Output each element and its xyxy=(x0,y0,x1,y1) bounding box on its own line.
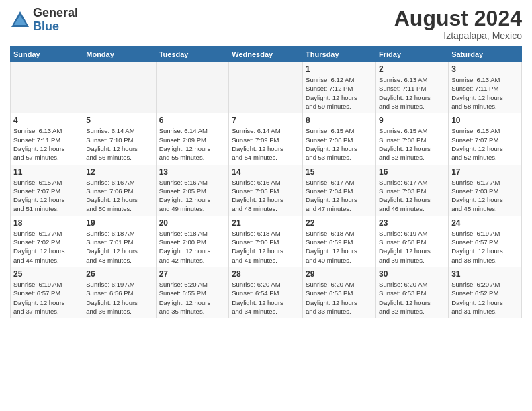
calendar-cell: 29Sunrise: 6:20 AMSunset: 6:53 PMDayligh… xyxy=(303,267,376,318)
day-number: 2 xyxy=(379,64,445,74)
calendar-cell: 5Sunrise: 6:14 AMSunset: 7:10 PMDaylight… xyxy=(83,113,156,165)
day-info: Sunrise: 6:20 AMSunset: 6:53 PMDaylight:… xyxy=(306,280,373,316)
calendar-week-row: 18Sunrise: 6:17 AMSunset: 7:02 PMDayligh… xyxy=(11,216,522,267)
day-info: Sunrise: 6:15 AMSunset: 7:07 PMDaylight:… xyxy=(13,178,80,214)
day-number: 21 xyxy=(232,218,300,228)
day-info: Sunrise: 6:18 AMSunset: 6:59 PMDaylight:… xyxy=(306,229,373,265)
calendar-cell: 23Sunrise: 6:19 AMSunset: 6:58 PMDayligh… xyxy=(376,216,449,267)
logo-general: General xyxy=(33,7,78,20)
weekday-header: Friday xyxy=(376,47,449,62)
day-info: Sunrise: 6:14 AMSunset: 7:10 PMDaylight:… xyxy=(86,126,152,162)
calendar-cell: 25Sunrise: 6:19 AMSunset: 6:57 PMDayligh… xyxy=(11,267,83,318)
logo-blue: Blue xyxy=(33,20,78,34)
calendar-cell: 7Sunrise: 6:14 AMSunset: 7:09 PMDaylight… xyxy=(229,113,303,165)
weekday-header: Tuesday xyxy=(156,47,229,62)
day-info: Sunrise: 6:17 AMSunset: 7:04 PMDaylight:… xyxy=(306,178,373,214)
month-year: August 2024 xyxy=(394,7,522,30)
day-info: Sunrise: 6:18 AMSunset: 7:00 PMDaylight:… xyxy=(159,229,226,265)
day-number: 4 xyxy=(13,116,80,125)
day-info: Sunrise: 6:15 AMSunset: 7:07 PMDaylight:… xyxy=(451,126,519,162)
calendar-cell: 21Sunrise: 6:18 AMSunset: 7:00 PMDayligh… xyxy=(229,216,303,267)
day-number: 26 xyxy=(86,269,152,279)
calendar-cell: 17Sunrise: 6:17 AMSunset: 7:03 PMDayligh… xyxy=(449,165,522,216)
day-number: 11 xyxy=(13,167,80,177)
day-number: 10 xyxy=(451,116,519,125)
day-info: Sunrise: 6:20 AMSunset: 6:54 PMDaylight:… xyxy=(232,280,300,316)
day-info: Sunrise: 6:19 AMSunset: 6:57 PMDaylight:… xyxy=(451,229,519,265)
day-info: Sunrise: 6:15 AMSunset: 7:08 PMDaylight:… xyxy=(306,126,373,162)
day-number: 17 xyxy=(451,167,519,177)
calendar-cell: 14Sunrise: 6:16 AMSunset: 7:05 PMDayligh… xyxy=(229,165,303,216)
day-info: Sunrise: 6:17 AMSunset: 7:03 PMDaylight:… xyxy=(379,178,445,214)
day-info: Sunrise: 6:18 AMSunset: 7:00 PMDaylight:… xyxy=(232,229,300,265)
day-info: Sunrise: 6:13 AMSunset: 7:11 PMDaylight:… xyxy=(13,126,80,162)
calendar-cell: 31Sunrise: 6:20 AMSunset: 6:52 PMDayligh… xyxy=(449,267,522,318)
day-number: 29 xyxy=(306,269,373,279)
day-number: 12 xyxy=(86,167,152,177)
day-number: 15 xyxy=(306,167,373,177)
calendar-week-row: 11Sunrise: 6:15 AMSunset: 7:07 PMDayligh… xyxy=(11,165,522,216)
calendar-cell: 18Sunrise: 6:17 AMSunset: 7:02 PMDayligh… xyxy=(11,216,83,267)
day-number: 3 xyxy=(451,64,519,74)
calendar-cell: 11Sunrise: 6:15 AMSunset: 7:07 PMDayligh… xyxy=(11,165,83,216)
calendar-cell: 28Sunrise: 6:20 AMSunset: 6:54 PMDayligh… xyxy=(229,267,303,318)
title-block: August 2024 Iztapalapa, Mexico xyxy=(394,7,522,41)
day-info: Sunrise: 6:19 AMSunset: 6:58 PMDaylight:… xyxy=(379,229,445,265)
day-info: Sunrise: 6:17 AMSunset: 7:03 PMDaylight:… xyxy=(451,178,519,214)
day-info: Sunrise: 6:20 AMSunset: 6:55 PMDaylight:… xyxy=(159,280,226,316)
day-number: 16 xyxy=(379,167,445,177)
calendar-cell: 6Sunrise: 6:14 AMSunset: 7:09 PMDaylight… xyxy=(156,113,229,165)
weekday-header: Sunday xyxy=(11,47,83,62)
calendar-cell: 24Sunrise: 6:19 AMSunset: 6:57 PMDayligh… xyxy=(449,216,522,267)
day-number: 23 xyxy=(379,218,445,228)
day-number: 8 xyxy=(306,116,373,125)
calendar-cell: 12Sunrise: 6:16 AMSunset: 7:06 PMDayligh… xyxy=(83,165,156,216)
day-number: 6 xyxy=(159,116,226,125)
day-info: Sunrise: 6:20 AMSunset: 6:52 PMDaylight:… xyxy=(451,280,519,316)
day-number: 19 xyxy=(86,218,152,228)
calendar-cell: 3Sunrise: 6:13 AMSunset: 7:11 PMDaylight… xyxy=(449,62,522,113)
calendar-cell: 20Sunrise: 6:18 AMSunset: 7:00 PMDayligh… xyxy=(156,216,229,267)
day-info: Sunrise: 6:16 AMSunset: 7:06 PMDaylight:… xyxy=(86,178,152,214)
day-number: 27 xyxy=(159,269,226,279)
day-number: 14 xyxy=(232,167,300,177)
calendar-cell: 16Sunrise: 6:17 AMSunset: 7:03 PMDayligh… xyxy=(376,165,449,216)
day-number: 7 xyxy=(232,116,300,125)
day-info: Sunrise: 6:12 AMSunset: 7:12 PMDaylight:… xyxy=(306,75,373,111)
day-number: 24 xyxy=(451,218,519,228)
day-info: Sunrise: 6:14 AMSunset: 7:09 PMDaylight:… xyxy=(159,126,226,162)
logo-icon xyxy=(10,10,30,30)
day-info: Sunrise: 6:18 AMSunset: 7:01 PMDaylight:… xyxy=(86,229,152,265)
calendar-cell: 8Sunrise: 6:15 AMSunset: 7:08 PMDaylight… xyxy=(303,113,376,165)
calendar-week-row: 1Sunrise: 6:12 AMSunset: 7:12 PMDaylight… xyxy=(11,62,522,113)
calendar-cell: 13Sunrise: 6:16 AMSunset: 7:05 PMDayligh… xyxy=(156,165,229,216)
calendar-cell xyxy=(11,62,83,113)
calendar-cell: 30Sunrise: 6:20 AMSunset: 6:53 PMDayligh… xyxy=(376,267,449,318)
logo: General Blue xyxy=(10,7,78,34)
day-number: 22 xyxy=(306,218,373,228)
day-number: 18 xyxy=(13,218,80,228)
day-number: 30 xyxy=(379,269,445,279)
calendar-cell: 9Sunrise: 6:15 AMSunset: 7:08 PMDaylight… xyxy=(376,113,449,165)
calendar-cell: 2Sunrise: 6:13 AMSunset: 7:11 PMDaylight… xyxy=(376,62,449,113)
weekday-header: Saturday xyxy=(449,47,522,62)
day-info: Sunrise: 6:13 AMSunset: 7:11 PMDaylight:… xyxy=(379,75,445,111)
day-info: Sunrise: 6:14 AMSunset: 7:09 PMDaylight:… xyxy=(232,126,300,162)
day-info: Sunrise: 6:19 AMSunset: 6:57 PMDaylight:… xyxy=(13,280,80,316)
day-number: 1 xyxy=(306,64,373,74)
day-info: Sunrise: 6:15 AMSunset: 7:08 PMDaylight:… xyxy=(379,126,445,162)
location: Iztapalapa, Mexico xyxy=(394,30,522,41)
calendar-header-row: SundayMondayTuesdayWednesdayThursdayFrid… xyxy=(11,47,522,62)
day-info: Sunrise: 6:19 AMSunset: 6:56 PMDaylight:… xyxy=(86,280,152,316)
day-number: 5 xyxy=(86,116,152,125)
calendar-week-row: 4Sunrise: 6:13 AMSunset: 7:11 PMDaylight… xyxy=(11,113,522,165)
weekday-header: Thursday xyxy=(303,47,376,62)
page: General Blue August 2024 Iztapalapa, Mex… xyxy=(0,0,532,325)
calendar-cell: 19Sunrise: 6:18 AMSunset: 7:01 PMDayligh… xyxy=(83,216,156,267)
day-info: Sunrise: 6:16 AMSunset: 7:05 PMDaylight:… xyxy=(232,178,300,214)
calendar-table: SundayMondayTuesdayWednesdayThursdayFrid… xyxy=(10,46,522,318)
calendar-cell xyxy=(156,62,229,113)
day-number: 28 xyxy=(232,269,300,279)
logo-text: General Blue xyxy=(33,7,78,34)
day-number: 25 xyxy=(13,269,80,279)
